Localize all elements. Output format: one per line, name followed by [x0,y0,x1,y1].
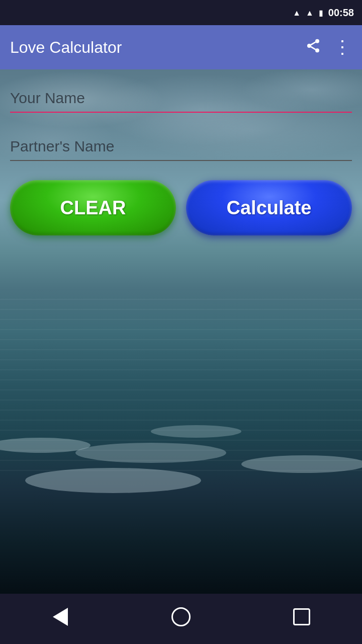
recents-button[interactable] [287,604,317,634]
home-icon [171,607,191,630]
wifi-icon [293,8,301,18]
app-bar: Love Calculator ⋮ [0,25,362,69]
signal-icon [306,8,314,18]
main-content: CLEAR Calculate [0,69,362,594]
back-icon [53,608,68,630]
input-section [0,69,362,191]
svg-point-1 [307,44,311,48]
battery-icon [319,8,323,18]
svg-line-3 [311,47,315,49]
status-bar: 00:58 [0,0,362,25]
more-options-icon[interactable]: ⋮ [333,37,352,58]
svg-point-2 [315,48,319,52]
buttons-row: CLEAR Calculate [0,180,362,235]
share-icon[interactable] [305,38,321,57]
home-button[interactable] [166,604,196,634]
your-name-input[interactable] [10,85,352,113]
partners-name-input[interactable] [10,133,352,161]
calculate-button[interactable]: Calculate [186,180,352,235]
svg-line-4 [311,42,315,44]
clear-button[interactable]: CLEAR [10,180,176,235]
back-button[interactable] [45,604,75,634]
wave-decoration [75,443,226,463]
app-bar-actions: ⋮ [305,37,352,58]
wave-decoration [241,455,362,473]
partners-name-wrapper [10,133,352,161]
your-name-wrapper [10,85,352,113]
recents-icon [293,608,310,629]
status-time: 00:58 [328,7,354,19]
app-title: Love Calculator [10,38,305,57]
wave-decoration [151,425,241,438]
nav-bar [0,594,362,644]
wave-decoration [25,468,201,493]
svg-point-0 [315,39,319,43]
